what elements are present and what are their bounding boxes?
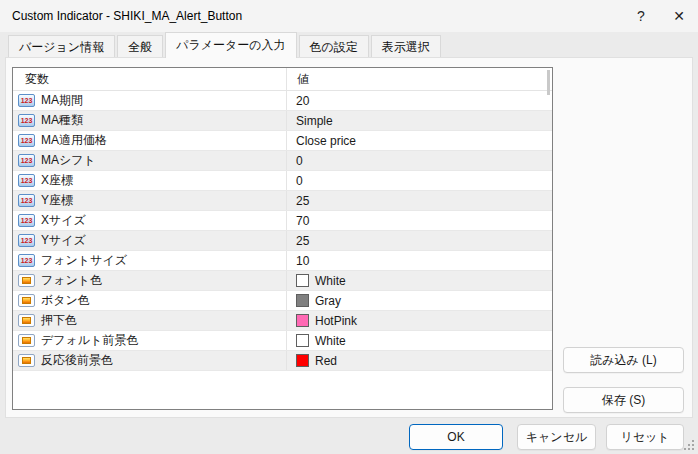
param-value-cell[interactable]: 20 [286, 91, 552, 110]
table-row[interactable]: 押下色 HotPink [13, 311, 552, 331]
param-value: 0 [296, 174, 303, 188]
color-swatch [296, 334, 309, 347]
tab-color-settings[interactable]: 色の設定 [299, 35, 369, 57]
param-value: 20 [296, 94, 309, 108]
param-name: フォントサイズ [41, 252, 127, 269]
param-value-cell[interactable]: 10 [286, 251, 552, 270]
param-name: デフォルト前景色 [41, 332, 138, 349]
color-swatch [296, 314, 309, 327]
param-value-cell[interactable]: White [286, 331, 552, 350]
param-value-cell[interactable]: 0 [286, 151, 552, 170]
param-value: White [315, 274, 346, 288]
param-name: MA期間 [41, 92, 83, 109]
table-row[interactable]: 123 Y座標 25 [13, 191, 552, 211]
param-name: MAシフト [41, 152, 96, 169]
param-name: ボタン色 [41, 292, 90, 309]
color-swatch [296, 294, 309, 307]
param-name: フォント色 [41, 272, 102, 289]
numeric-param-icon: 123 [18, 154, 35, 167]
param-value: Close price [296, 134, 356, 148]
column-header-variable: 変数 [13, 68, 286, 90]
tab-version-info[interactable]: バージョン情報 [8, 35, 115, 57]
column-header-value: 値 [286, 68, 552, 90]
param-value: HotPink [315, 314, 357, 328]
close-icon: ✕ [673, 8, 685, 24]
numeric-param-icon: 123 [18, 254, 35, 267]
help-button[interactable]: ? [622, 0, 660, 32]
param-value: 10 [296, 254, 309, 268]
table-row[interactable]: 123 Xサイズ 70 [13, 211, 552, 231]
param-value-cell[interactable]: Red [286, 351, 552, 370]
color-param-icon [18, 354, 35, 367]
param-value: 25 [296, 194, 309, 208]
table-body: 123 MA期間 20 123 MA種類 Simple 123 [13, 91, 552, 371]
tab-strip: バージョン情報 全般 パラメーターの入力 色の設定 表示選択 [8, 32, 443, 58]
table-row[interactable]: フォント色 White [13, 271, 552, 291]
table-row[interactable]: 123 フォントサイズ 10 [13, 251, 552, 271]
param-name: Yサイズ [41, 232, 86, 249]
color-param-icon [18, 274, 35, 287]
table-row[interactable]: 123 MA適用価格 Close price [13, 131, 552, 151]
param-value: Simple [296, 114, 333, 128]
param-value-cell[interactable]: Close price [286, 131, 552, 150]
table-row[interactable]: 123 MA種類 Simple [13, 111, 552, 131]
color-param-icon [18, 294, 35, 307]
table-scrollbar[interactable] [547, 70, 550, 95]
table-row[interactable]: 123 MA期間 20 [13, 91, 552, 111]
table-row[interactable]: ボタン色 Gray [13, 291, 552, 311]
param-value-cell[interactable]: 25 [286, 231, 552, 250]
param-name: Xサイズ [41, 212, 86, 229]
table-row[interactable]: 123 Yサイズ 25 [13, 231, 552, 251]
tab-display-selection[interactable]: 表示選択 [371, 35, 441, 57]
cancel-button[interactable]: キャンセル [517, 424, 596, 450]
resize-grip-icon[interactable] [684, 440, 694, 450]
param-value-cell[interactable]: HotPink [286, 311, 552, 330]
param-name: MA種類 [41, 112, 83, 129]
table-row[interactable]: 反応後前景色 Red [13, 351, 552, 371]
close-button[interactable]: ✕ [660, 0, 698, 32]
param-value: White [315, 334, 346, 348]
param-value-cell[interactable]: 25 [286, 191, 552, 210]
table-row[interactable]: 123 MAシフト 0 [13, 151, 552, 171]
param-value: 70 [296, 214, 309, 228]
param-value-cell[interactable]: 70 [286, 211, 552, 230]
save-button[interactable]: 保存 (S) [563, 387, 684, 413]
color-swatch [296, 354, 309, 367]
param-value-cell[interactable]: Gray [286, 291, 552, 310]
color-swatch [296, 274, 309, 287]
param-value-cell[interactable]: White [286, 271, 552, 290]
numeric-param-icon: 123 [18, 194, 35, 207]
color-param-icon [18, 334, 35, 347]
param-value: 0 [296, 154, 303, 168]
numeric-param-icon: 123 [18, 214, 35, 227]
param-value-cell[interactable]: 0 [286, 171, 552, 190]
param-value: Gray [315, 294, 341, 308]
table-row[interactable]: デフォルト前景色 White [13, 331, 552, 351]
titlebar: Custom Indicator - SHIKI_MA_Alert_Button… [0, 0, 698, 32]
ok-button[interactable]: OK [409, 424, 503, 450]
tab-parameter-input[interactable]: パラメーターの入力 [165, 32, 296, 58]
param-value: Red [315, 354, 337, 368]
tab-general[interactable]: 全般 [117, 35, 163, 57]
numeric-param-icon: 123 [18, 94, 35, 107]
param-value: 25 [296, 234, 309, 248]
param-value-cell[interactable]: Simple [286, 111, 552, 130]
param-name: MA適用価格 [41, 132, 107, 149]
help-icon: ? [637, 8, 645, 24]
param-name: Y座標 [41, 192, 73, 209]
table-header: 変数 値 [13, 68, 552, 91]
parameter-table: 変数 値 123 MA期間 20 123 MA種類 Simple [12, 67, 553, 410]
param-name: 反応後前景色 [41, 352, 113, 369]
reset-button[interactable]: リセット [606, 424, 684, 450]
numeric-param-icon: 123 [18, 134, 35, 147]
numeric-param-icon: 123 [18, 234, 35, 247]
window-title: Custom Indicator - SHIKI_MA_Alert_Button [12, 0, 242, 32]
load-button[interactable]: 読み込み (L) [563, 347, 684, 373]
table-row[interactable]: 123 X座標 0 [13, 171, 552, 191]
parameter-tab-page: 変数 値 123 MA期間 20 123 MA種類 Simple [5, 57, 693, 418]
param-name: 押下色 [41, 312, 77, 329]
param-name: X座標 [41, 172, 73, 189]
numeric-param-icon: 123 [18, 174, 35, 187]
color-param-icon [18, 314, 35, 327]
numeric-param-icon: 123 [18, 114, 35, 127]
